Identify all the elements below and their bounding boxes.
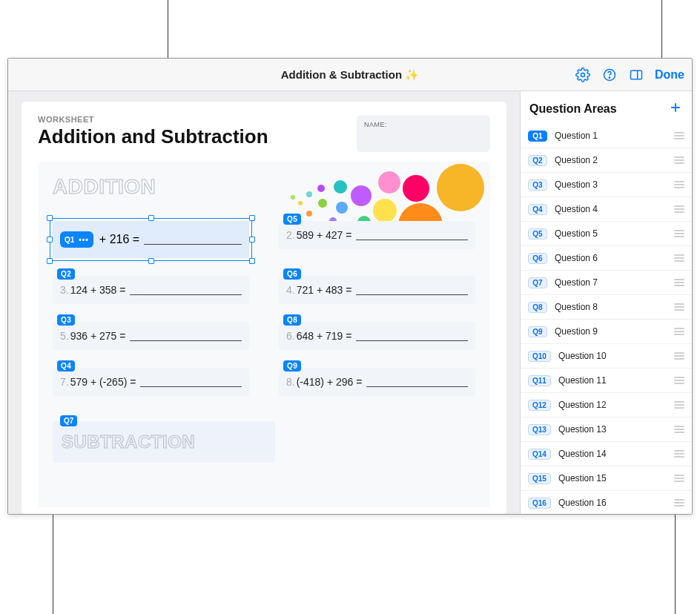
answer-line xyxy=(130,340,242,341)
question-id-badge: Q13 xyxy=(528,424,551,435)
sidebar-item-label: Question 9 xyxy=(555,326,667,337)
drag-handle-icon[interactable] xyxy=(674,254,684,262)
question-id-badge: Q10 xyxy=(528,351,551,362)
drag-handle-icon[interactable] xyxy=(674,303,684,311)
sidebar-item-q7[interactable]: Q7Question 7 xyxy=(521,271,692,295)
drag-handle-icon[interactable] xyxy=(674,401,684,409)
question-area-q3[interactable]: Q3 5. 936 + 275 = xyxy=(53,322,249,350)
drag-handle-icon[interactable] xyxy=(674,475,684,482)
question-id-badge: Q4 xyxy=(528,204,547,215)
svg-point-13 xyxy=(336,202,348,214)
sidebar-item-q10[interactable]: Q10Question 10 xyxy=(521,344,692,369)
question-number: 7. xyxy=(60,376,69,388)
question-number: 5. xyxy=(60,330,69,342)
drag-handle-icon[interactable] xyxy=(674,279,684,286)
question-id-badge: Q3 xyxy=(528,179,547,191)
question-badge: Q8 xyxy=(283,314,301,326)
drag-handle-icon[interactable] xyxy=(674,328,684,335)
sidebar-item-q12[interactable]: Q12Question 12 xyxy=(521,393,692,417)
drag-handle-icon[interactable] xyxy=(674,230,684,237)
answer-line xyxy=(130,294,242,295)
callout-line-bottom-right xyxy=(675,515,676,614)
sidebar-item-q6[interactable]: Q6Question 6 xyxy=(521,246,692,271)
more-icon[interactable]: ••• xyxy=(79,236,89,244)
sidebar-item-q1[interactable]: Q1Question 1 xyxy=(521,124,692,148)
question-id-badge: Q14 xyxy=(528,449,551,460)
question-badge-q1[interactable]: Q1 ••• xyxy=(60,231,93,248)
question-text: 589 + 427 = xyxy=(297,229,352,241)
add-question-area-button[interactable] xyxy=(668,100,683,118)
svg-point-10 xyxy=(351,185,372,206)
drag-handle-icon[interactable] xyxy=(674,352,684,360)
drag-handle-icon[interactable] xyxy=(674,499,684,506)
sidebar-item-label: Question 15 xyxy=(558,473,667,483)
drag-handle-icon[interactable] xyxy=(674,450,684,458)
question-id-badge: Q7 xyxy=(528,277,547,288)
sidebar-title: Question Areas xyxy=(529,102,617,116)
question-text: 579 + (-265) = xyxy=(70,376,136,388)
document-title: Addition & Subtraction ✨ xyxy=(281,68,419,82)
question-number: 3. xyxy=(60,284,69,296)
sidebar-item-q15[interactable]: Q15Question 15 xyxy=(521,466,692,491)
answer-line xyxy=(356,294,468,295)
drag-handle-icon[interactable] xyxy=(674,426,684,433)
question-badge-id: Q1 xyxy=(65,236,74,244)
question-badge: Q4 xyxy=(57,360,75,372)
question-badge: Q7 xyxy=(60,415,77,426)
sidebar-item-q16[interactable]: Q16Question 16 xyxy=(521,491,692,514)
sidebar-item-q2[interactable]: Q2Question 2 xyxy=(521,148,692,173)
sidebar-list: Q1Question 1Q2Question 2Q3Question 3Q4Qu… xyxy=(521,124,692,514)
done-button[interactable]: Done xyxy=(655,68,684,82)
drag-handle-icon[interactable] xyxy=(674,205,684,213)
drag-handle-icon[interactable] xyxy=(674,132,684,139)
sidebar-item-q5[interactable]: Q5Question 5 xyxy=(521,222,692,246)
content-row: WORKSHEET Addition and Subtraction NAME:… xyxy=(8,91,692,514)
svg-point-17 xyxy=(306,191,312,197)
sidebar-item-label: Question 6 xyxy=(555,253,667,263)
question-badge: Q5 xyxy=(283,214,301,225)
drag-handle-icon[interactable] xyxy=(674,156,684,164)
toolbar-right-group: Done xyxy=(575,59,684,91)
question-badge: Q6 xyxy=(283,268,301,280)
sidebar-item-label: Question 2 xyxy=(555,155,667,165)
sidebar-item-q14[interactable]: Q14Question 14 xyxy=(521,442,692,466)
question-number: 8. xyxy=(286,376,295,388)
question-id-badge: Q16 xyxy=(528,498,551,509)
sidebar-item-label: Question 12 xyxy=(558,400,667,410)
question-area-q9[interactable]: Q9 8. (-418) + 296 = xyxy=(279,368,475,396)
question-area-q5[interactable]: Q5 2. 589 + 427 = xyxy=(279,221,475,258)
question-text: 648 + 719 = xyxy=(297,330,352,342)
sidebar-item-q9[interactable]: Q9Question 9 xyxy=(521,320,692,344)
question-badge: Q9 xyxy=(283,360,301,372)
sidebar-item-q8[interactable]: Q8Question 8 xyxy=(521,295,692,320)
drag-handle-icon[interactable] xyxy=(674,181,684,188)
sidebar-item-q4[interactable]: Q4Question 4 xyxy=(521,197,692,222)
gear-icon[interactable] xyxy=(575,67,591,83)
question-text: 721 + 483 = xyxy=(297,284,352,296)
svg-point-12 xyxy=(334,180,347,194)
question-area-q4[interactable]: Q4 7. 579 + (-265) = xyxy=(53,368,249,396)
question-area-q8[interactable]: Q8 6. 648 + 719 = xyxy=(279,322,475,350)
question-area-q2[interactable]: Q2 3. 124 + 358 = xyxy=(53,276,249,304)
question-id-badge: Q6 xyxy=(528,253,547,264)
panel-toggle-icon[interactable] xyxy=(628,67,644,83)
answer-line xyxy=(140,386,242,387)
help-icon[interactable] xyxy=(601,67,618,83)
question-area-q6[interactable]: Q6 4. 721 + 483 = xyxy=(279,276,475,304)
question-text: (-418) + 296 = xyxy=(297,376,363,388)
callout-line-top-right xyxy=(661,0,662,58)
svg-point-0 xyxy=(581,73,585,77)
sidebar-item-label: Question 8 xyxy=(555,302,667,312)
question-area-q7[interactable]: Q7 SUBTRACTION xyxy=(53,421,275,463)
svg-point-8 xyxy=(378,171,400,194)
worksheet-canvas[interactable]: WORKSHEET Addition and Subtraction NAME:… xyxy=(8,91,520,514)
name-field-label: NAME: xyxy=(364,121,387,128)
sidebar-item-q11[interactable]: Q11Question 11 xyxy=(521,369,692,393)
sidebar-item-q13[interactable]: Q13Question 13 xyxy=(521,417,692,442)
question-number: 6. xyxy=(286,330,295,342)
drag-handle-icon[interactable] xyxy=(674,377,684,384)
question-area-q1[interactable]: Q1 ••• + 216 = xyxy=(53,221,249,258)
sidebar-item-q3[interactable]: Q3Question 3 xyxy=(521,173,692,197)
svg-point-7 xyxy=(403,175,429,202)
app-window: Addition & Subtraction ✨ Done WORKSHEET … xyxy=(7,58,693,515)
